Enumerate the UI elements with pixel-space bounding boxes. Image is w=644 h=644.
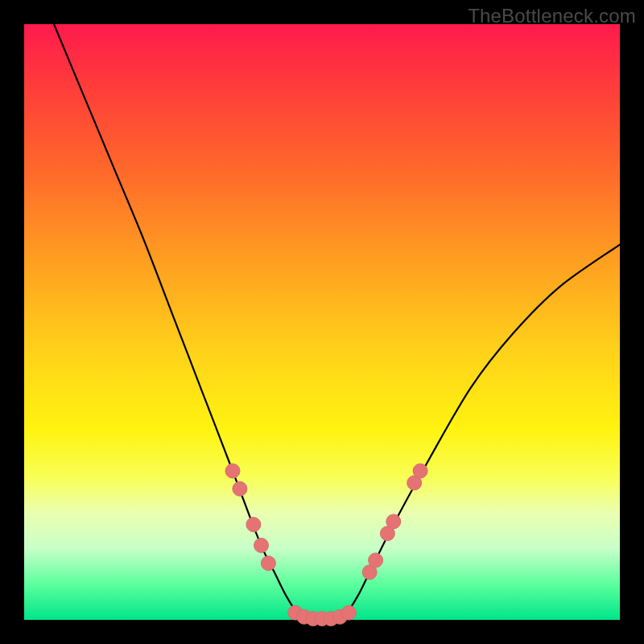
curve-marker — [413, 464, 427, 478]
curve-markers-group — [225, 464, 427, 626]
chart-frame: TheBottleneck.com — [0, 0, 644, 644]
chart-svg — [24, 24, 620, 620]
curve-marker — [341, 605, 356, 620]
curve-marker — [233, 481, 247, 496]
curve-marker — [254, 539, 269, 553]
bottleneck-curve-line — [54, 24, 620, 621]
curve-marker — [386, 514, 401, 529]
curve-marker — [225, 464, 240, 478]
curve-marker — [369, 553, 383, 568]
plot-area — [24, 24, 620, 620]
curve-marker — [246, 518, 261, 532]
curve-marker — [261, 556, 275, 571]
